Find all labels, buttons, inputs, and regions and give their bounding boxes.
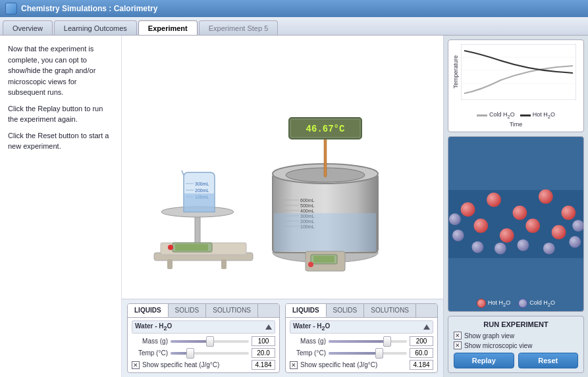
tab-experiment[interactable]: Experiment [138, 20, 198, 35]
svg-point-53 [500, 228, 514, 243]
left-temp-label: Temp (°C) [132, 349, 168, 357]
tab-bar: Overview Learning Outcomes Experiment Ex… [0, 17, 588, 36]
right-substance-content: Water - H2O Mass (g) 200 Temp (°C) [286, 318, 437, 372]
legend-hot-label: Hot H2O [533, 111, 555, 120]
svg-point-55 [552, 225, 566, 239]
graph-svg [461, 44, 576, 100]
graph-legend: Cold H2O Hot H2O [452, 111, 579, 120]
right-tab-solids[interactable]: SOLIDS [327, 304, 365, 317]
left-substance-name-row: Water - H2O [132, 320, 275, 334]
left-temp-slider[interactable] [171, 352, 249, 355]
left-temp-value: 20.0 [252, 348, 275, 358]
right-mass-slider[interactable] [329, 340, 407, 343]
svg-rect-33 [324, 134, 327, 177]
instruction-3: Click the Reset button to start a new ex… [8, 130, 113, 152]
reset-button[interactable]: Reset [518, 353, 579, 368]
svg-point-49 [513, 205, 527, 220]
left-tab-liquids[interactable]: LIQUIDS [128, 304, 169, 317]
show-graph-checkbox[interactable]: ✕ [454, 332, 462, 339]
svg-point-62 [449, 213, 461, 225]
micro-cold-legend: Cold H2O [518, 299, 555, 308]
micro-hot-label: Hot H2O [488, 299, 510, 308]
show-graph-label: Show graph view [464, 332, 514, 339]
svg-rect-8 [221, 259, 227, 269]
right-sh-label: Show specific heat (J/g°C) [300, 361, 377, 368]
legend-hot-color [520, 114, 531, 116]
right-panel: Temperature [443, 36, 588, 377]
left-substance-select-btn[interactable] [265, 324, 272, 330]
run-title: RUN EXPERIMENT [454, 320, 578, 328]
svg-point-38 [308, 262, 313, 267]
right-tab-liquids[interactable]: LIQUIDS [286, 304, 327, 317]
right-substance-select-btn[interactable] [423, 324, 430, 330]
svg-point-57 [471, 241, 483, 253]
left-panel: Now that the experiment is complete, you… [0, 36, 122, 377]
graph-area: Temperature [452, 44, 579, 110]
microscopic-container: Hot H2O Cold H2O [448, 136, 584, 312]
left-substance-content: Water - H2O Mass (g) 100 Temp (°C) [128, 318, 279, 372]
right-mass-value: 200 [410, 336, 433, 346]
svg-point-47 [461, 202, 475, 216]
svg-text:300mL: 300mL [195, 182, 209, 186]
graph-container: Temperature [448, 39, 584, 132]
microscopic-svg [448, 137, 583, 311]
right-mass-row: Mass (g) 200 [290, 336, 433, 346]
right-sh-checkbox[interactable]: ✕ [290, 361, 298, 369]
tab-outcomes[interactable]: Learning Outcomes [54, 20, 137, 35]
svg-point-59 [517, 239, 529, 251]
left-mass-row: Mass (g) 100 [132, 336, 275, 346]
left-tab-solids[interactable]: SOLIDS [169, 304, 207, 317]
svg-text:46.67°C: 46.67°C [306, 124, 345, 134]
right-sh-value: 4.184 [410, 360, 433, 370]
svg-point-51 [561, 205, 575, 220]
graph-y-label: Temperature [452, 55, 459, 89]
left-mass-slider[interactable] [171, 340, 249, 343]
equipment-area: 300mL 200mL 100mL [122, 36, 443, 299]
svg-rect-37 [313, 256, 334, 263]
left-substance-tabs: LIQUIDS SOLIDS SOLUTIONS [128, 304, 279, 318]
show-micro-row: ✕ Show microscopic view [454, 341, 578, 349]
svg-text:400mL: 400mL [300, 209, 315, 213]
right-temp-value: 60.0 [410, 348, 433, 358]
left-substance-panel: LIQUIDS SOLIDS SOLUTIONS Water - H2O [127, 303, 280, 373]
instruction-2: Click the Replay button to run the exper… [8, 103, 113, 125]
left-tab-solutions[interactable]: SOLUTIONS [206, 304, 258, 317]
micro-hot-icon [477, 299, 486, 308]
svg-rect-5 [175, 244, 208, 251]
tab-overview[interactable]: Overview [3, 20, 53, 35]
svg-point-52 [473, 218, 488, 233]
replay-button[interactable]: Replay [454, 353, 514, 368]
svg-point-6 [168, 245, 173, 250]
left-sh-label: Show specific heat (J/g°C) [142, 361, 219, 368]
right-substance-panel: LIQUIDS SOLIDS SOLUTIONS Water - H2O [285, 303, 438, 373]
show-graph-row: ✕ Show graph view [454, 332, 578, 339]
svg-rect-32 [274, 213, 376, 251]
svg-point-54 [525, 218, 540, 233]
left-mass-value: 100 [252, 336, 275, 346]
micro-hot-legend: Hot H2O [477, 299, 510, 308]
svg-point-60 [543, 242, 555, 254]
main-content: Now that the experiment is complete, you… [0, 36, 588, 377]
left-substance-name: Water - H2O [135, 322, 172, 332]
left-sh-checkbox[interactable]: ✕ [132, 361, 140, 369]
graph-x-label: Time [452, 121, 579, 128]
show-micro-label: Show microscopic view [464, 342, 532, 349]
svg-rect-46 [448, 190, 583, 258]
right-temp-slider[interactable] [329, 352, 407, 355]
instruction-1: Now that the experiment is complete, you… [8, 43, 113, 98]
micro-cold-label: Cold H2O [529, 299, 555, 308]
left-sh-value: 4.184 [252, 360, 275, 370]
right-temp-row: Temp (°C) 60.0 [290, 348, 433, 358]
right-substance-name-row: Water - H2O [290, 320, 433, 334]
app-icon [5, 3, 17, 14]
svg-point-61 [569, 236, 581, 248]
right-tab-solutions[interactable]: SOLUTIONS [364, 304, 416, 317]
right-mass-label: Mass (g) [290, 338, 326, 345]
tab-step5[interactable]: Experiment Step 5 [199, 20, 279, 35]
run-experiment-panel: RUN EXPERIMENT ✕ Show graph view ✕ Show … [448, 316, 584, 373]
title-bar: Chemistry Simulations : Calorimetry [0, 0, 588, 17]
show-micro-checkbox[interactable]: ✕ [454, 341, 462, 349]
svg-point-56 [452, 230, 464, 241]
right-substance-tabs: LIQUIDS SOLIDS SOLUTIONS [286, 304, 437, 318]
left-sh-row: ✕ Show specific heat (J/g°C) 4.184 [132, 360, 275, 370]
